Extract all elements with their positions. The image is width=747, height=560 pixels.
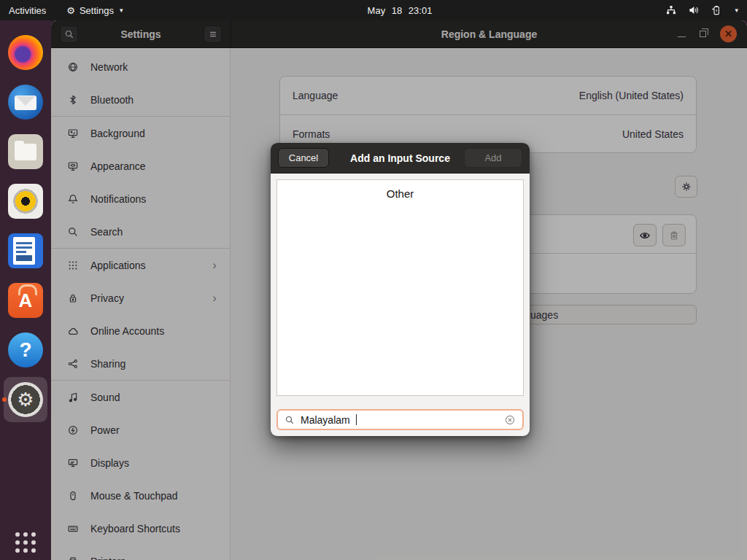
- list-group-header-other: Other: [277, 180, 523, 200]
- ethernet-icon: [665, 4, 677, 16]
- search-input-value: Malayalam: [301, 414, 350, 426]
- settings-icon: ⚙: [8, 382, 43, 417]
- rhythmbox-icon: [8, 184, 43, 219]
- app-menu-label: Settings: [80, 5, 114, 16]
- dock-item-settings-active[interactable]: ⚙: [4, 377, 47, 422]
- dock: A ? ⚙: [0, 20, 51, 560]
- dock-item-files[interactable]: [4, 127, 47, 176]
- dock-item-libreoffice-writer[interactable]: [4, 226, 47, 276]
- cancel-button[interactable]: Cancel: [278, 148, 329, 168]
- dock-item-help[interactable]: ?: [4, 325, 47, 375]
- clear-icon[interactable]: [504, 414, 516, 426]
- dock-item-firefox[interactable]: [4, 28, 47, 77]
- dock-item-rhythmbox[interactable]: [4, 176, 47, 226]
- caret-down-icon: ▾: [120, 7, 123, 14]
- help-icon: ?: [8, 332, 43, 368]
- add-button[interactable]: Add: [464, 148, 522, 168]
- gear-icon: ⚙: [66, 6, 75, 15]
- add-input-source-dialog: Add an Input Source Cancel Add Other Mal…: [271, 143, 530, 436]
- caret-down-icon: ▾: [735, 7, 738, 14]
- battery-charging-icon: [711, 4, 722, 16]
- files-icon: [8, 134, 43, 169]
- desktop-screen: Activities ⚙ Settings ▾ May 18 23:01 ▾: [0, 0, 747, 560]
- dock-item-ubuntu-software[interactable]: A: [4, 276, 47, 325]
- thunderbird-icon: [8, 85, 43, 120]
- top-bar: Activities ⚙ Settings ▾ May 18 23:01 ▾: [0, 0, 747, 20]
- system-tray[interactable]: ▾: [665, 4, 747, 16]
- show-apps-icon[interactable]: [15, 532, 36, 553]
- ubuntu-software-icon: A: [8, 283, 43, 318]
- text-cursor: [356, 414, 357, 425]
- search-input[interactable]: Malayalam: [276, 409, 524, 430]
- dock-item-thunderbird[interactable]: [4, 77, 47, 127]
- dialog-headerbar: Add an Input Source Cancel Add: [271, 143, 530, 174]
- activities-button[interactable]: Activities: [9, 5, 46, 16]
- search-icon: [285, 415, 295, 425]
- input-source-list[interactable]: Other: [276, 179, 524, 396]
- clock[interactable]: May 18 23:01: [368, 5, 433, 16]
- firefox-icon: [8, 35, 43, 70]
- volume-icon: [688, 4, 700, 16]
- app-menu-settings[interactable]: ⚙ Settings ▾: [66, 5, 123, 16]
- libreoffice-writer-icon: [8, 233, 43, 268]
